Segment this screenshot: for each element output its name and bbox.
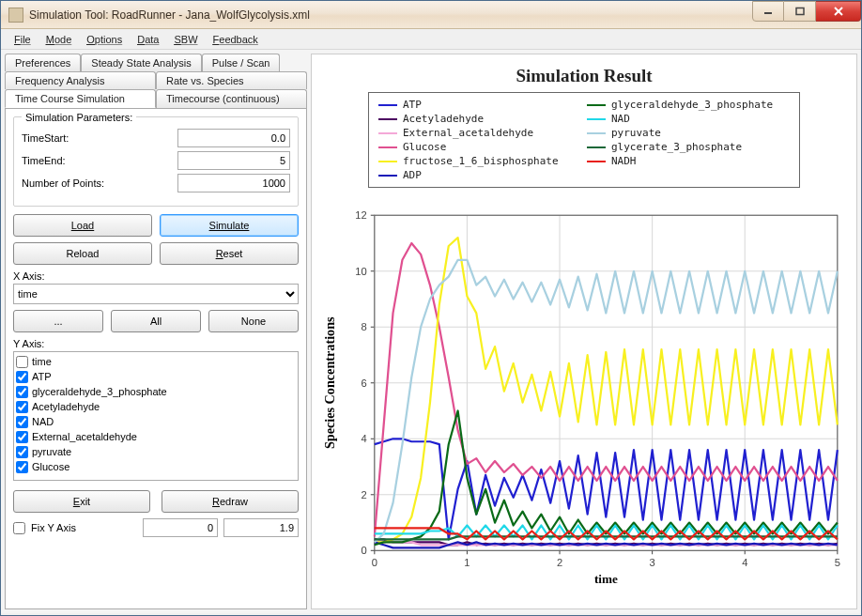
series-ATP <box>375 439 838 539</box>
window-title: Simulation Tool: RoadRunner - Jana_WolfG… <box>29 8 752 22</box>
ellipsis-button[interactable]: ... <box>13 310 103 332</box>
menu-feedback[interactable]: Feedback <box>206 32 266 47</box>
reload-label: Reload <box>67 248 100 259</box>
yaxis-checkbox[interactable] <box>16 416 28 428</box>
legend-label-fructose_1_6_bisphosphate: fructose_1_6_bisphosphate <box>403 155 581 167</box>
menu-mode[interactable]: Mode <box>38 32 80 47</box>
yaxis-item-glucose[interactable]: Glucose <box>16 459 296 474</box>
simulation-parameters-group: Simulation Parameters: TimeStart: TimeEn… <box>13 116 299 207</box>
yaxis-checkbox[interactable] <box>16 446 28 458</box>
left-panel: PreferencesSteady State AnalysisPulse / … <box>5 54 307 609</box>
legend-label-glyceraldehyde_3_phosphate: glyceraldehyde_3_phosphate <box>611 99 790 111</box>
yaxis-checkbox[interactable] <box>16 356 28 368</box>
tab-preferences[interactable]: Preferences <box>5 54 81 71</box>
legend-label-ADP: ADP <box>403 169 581 181</box>
legend-swatch-pyruvate <box>587 132 606 134</box>
svg-text:5: 5 <box>835 557 840 568</box>
yaxis-label: Y Axis: <box>13 338 299 349</box>
yaxis-item-external-acetaldehyde[interactable]: External_acetaldehyde <box>16 429 296 444</box>
tab-steady-state-analysis[interactable]: Steady State Analysis <box>81 54 201 71</box>
yaxis-checkbox[interactable] <box>16 386 28 398</box>
menu-options[interactable]: Options <box>79 32 130 47</box>
yaxis-checkbox[interactable] <box>16 401 28 413</box>
yaxis-item-atp[interactable]: ATP <box>16 369 296 384</box>
svg-text:2: 2 <box>362 489 367 500</box>
exit-button[interactable]: Exit <box>13 490 150 513</box>
fix-y-checkbox[interactable] <box>13 522 25 534</box>
legend-swatch-ATP <box>378 104 397 106</box>
yaxis-item-label: Glucose <box>32 461 69 472</box>
yaxis-item-label: pyruvate <box>32 446 71 457</box>
yaxis-checklist[interactable]: timeATPglyceraldehyde_3_phosphateAcetyla… <box>13 351 299 481</box>
legend-label-NADH: NADH <box>611 155 790 167</box>
tab-rate-vs-species[interactable]: Rate vs. Species <box>156 71 307 89</box>
all-button[interactable]: All <box>111 310 201 332</box>
load-button[interactable]: Load <box>13 214 152 237</box>
legend-swatch-fructose_1_6_bisphosphate <box>378 161 397 162</box>
yaxis-item-nad[interactable]: NAD <box>16 414 296 429</box>
load-label: Load <box>71 220 94 231</box>
numpoints-label: Number of Points: <box>22 177 177 189</box>
yaxis-item-glyceraldehyde-3-phosphate[interactable]: glyceraldehyde_3_phosphate <box>16 384 296 399</box>
svg-text:Species Concentrations: Species Concentrations <box>322 316 337 449</box>
chart-panel: Simulation Result ATPglyceraldehyde_3_ph… <box>311 54 857 609</box>
yaxis-item-label: NAD <box>32 416 54 427</box>
legend-swatch-empty <box>587 175 606 177</box>
legend-swatch-glyceraldehyde_3_phosphate <box>587 104 606 106</box>
tab-frequency-analysis[interactable]: Frequency Analysis <box>5 71 156 89</box>
numpoints-input[interactable] <box>177 174 290 192</box>
tab-timecourse-continuous-[interactable]: Timecourse (continuous) <box>156 89 307 108</box>
svg-text:6: 6 <box>362 377 367 389</box>
tab-time-course-content: Simulation Parameters: TimeStart: TimeEn… <box>5 108 307 609</box>
simulate-button[interactable]: Simulate <box>160 214 299 237</box>
tab-pulse-scan[interactable]: Pulse / Scan <box>202 54 281 71</box>
legend-label-empty <box>611 169 790 181</box>
yaxis-checkbox[interactable] <box>16 371 28 383</box>
yaxis-item-pyruvate[interactable]: pyruvate <box>16 444 296 459</box>
svg-text:1: 1 <box>464 557 469 568</box>
yaxis-item-time[interactable]: time <box>16 354 296 369</box>
chart-title: Simulation Result <box>317 66 851 86</box>
reload-button[interactable]: Reload <box>13 242 152 265</box>
yaxis-checkbox[interactable] <box>16 431 28 443</box>
reset-button[interactable]: Reset <box>160 242 299 265</box>
group-title: Simulation Parameters: <box>22 112 136 123</box>
svg-text:4: 4 <box>742 557 747 568</box>
yaxis-item-label: ATP <box>32 371 52 382</box>
svg-text:8: 8 <box>362 321 367 332</box>
fix-y-min-input[interactable] <box>143 518 218 537</box>
none-button[interactable]: None <box>208 310 299 332</box>
redraw-button[interactable]: Redraw <box>162 490 299 513</box>
simulate-label: Simulate <box>209 220 250 231</box>
maximize-button[interactable] <box>784 1 816 22</box>
svg-text:0: 0 <box>362 545 367 556</box>
tab-time-course-simulation[interactable]: Time Course Simulation <box>5 89 156 108</box>
svg-text:3: 3 <box>650 557 655 568</box>
yaxis-item-label: Acetyladehyde <box>32 401 100 412</box>
svg-text:10: 10 <box>355 266 366 277</box>
xaxis-combo[interactable]: time <box>13 284 299 304</box>
fix-y-max-input[interactable] <box>223 518 299 537</box>
timestart-label: TimeStart: <box>22 132 177 144</box>
legend-label-NAD: NAD <box>611 113 790 125</box>
legend-swatch-External_acetaldehyde <box>378 132 397 134</box>
legend-label-Glucose: Glucose <box>403 141 581 153</box>
dots-label: ... <box>54 316 62 327</box>
yaxis-checkbox[interactable] <box>16 461 28 473</box>
minimize-button[interactable] <box>752 1 784 22</box>
chart-plot-area: 024681012012345Species Concentrationstim… <box>319 192 849 607</box>
svg-rect-1 <box>796 8 804 14</box>
svg-text:4: 4 <box>362 433 367 444</box>
timestart-input[interactable] <box>177 129 290 147</box>
timeend-label: TimeEnd: <box>22 155 177 166</box>
yaxis-item-label: glyceraldehyde_3_phosphate <box>32 386 167 397</box>
yaxis-item-acetyladehyde[interactable]: Acetyladehyde <box>16 399 296 414</box>
timeend-input[interactable] <box>177 151 290 170</box>
close-button[interactable] <box>816 1 861 22</box>
menubar: FileModeOptionsDataSBWFeedback <box>1 29 861 50</box>
chart-svg: 024681012012345Species Concentrationstim… <box>319 192 849 607</box>
menu-data[interactable]: Data <box>130 32 166 47</box>
menu-file[interactable]: File <box>7 32 38 47</box>
menu-sbw[interactable]: SBW <box>166 32 205 47</box>
legend-swatch-NADH <box>587 161 606 162</box>
